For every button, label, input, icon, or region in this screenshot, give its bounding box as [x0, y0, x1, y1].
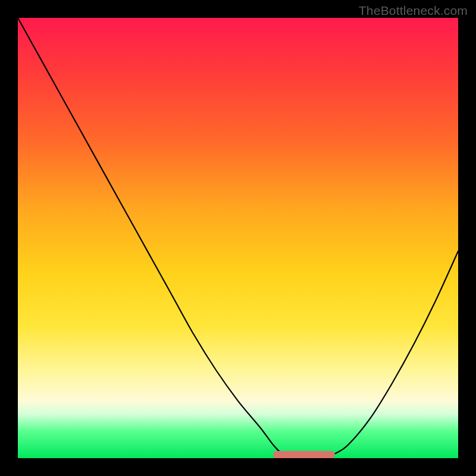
plot-area — [18, 18, 458, 458]
watermark-text: TheBottleneck.com — [359, 4, 468, 18]
chart-frame: TheBottleneck.com — [0, 0, 476, 476]
optimal-range-marker — [273, 451, 335, 458]
bottleneck-curve — [18, 18, 458, 458]
